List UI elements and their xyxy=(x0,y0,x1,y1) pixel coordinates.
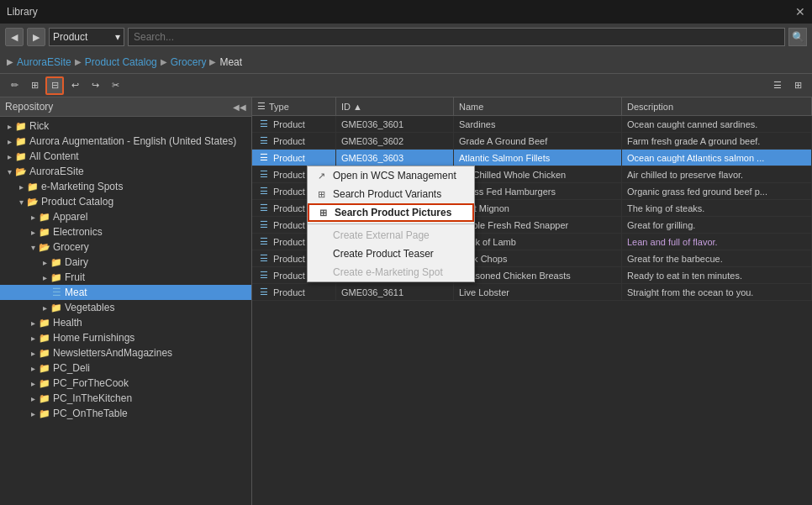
action-button1[interactable]: ↩ xyxy=(66,76,84,95)
folder-icon: 📁 xyxy=(39,317,50,329)
sidebar-collapse-button[interactable]: ◀◀ xyxy=(233,103,246,112)
folder-icon: 📁 xyxy=(39,362,50,374)
expand-icon xyxy=(39,287,50,298)
ctx-create-external: Create External Page xyxy=(308,226,474,245)
td-desc: Air chilled to preserve flavor. xyxy=(622,166,812,182)
expand-icon: ▸ xyxy=(27,226,39,238)
td-type: ☰ Product xyxy=(252,284,336,300)
td-name: Grade A Ground Beef xyxy=(454,133,622,149)
back-button[interactable]: ◀ xyxy=(5,28,24,46)
table-header: ☰ Type ID ▲ Name Description xyxy=(252,97,812,116)
grid-view-button[interactable]: ⊟ xyxy=(45,76,64,95)
expand-icon: ▸ xyxy=(27,332,39,344)
folder-icon: 📂 xyxy=(27,196,39,208)
col-header-type[interactable]: ☰ Type xyxy=(252,97,336,115)
expand-icon: ▾ xyxy=(27,241,39,253)
expand-icon: ▸ xyxy=(27,317,39,329)
sidebar-item-apparel[interactable]: ▸ 📁 Apparel xyxy=(0,209,251,224)
table-row[interactable]: ☰ Product GME036_3601 Sardines Ocean cau… xyxy=(252,116,812,133)
forward-button[interactable]: ▶ xyxy=(27,28,45,46)
close-button[interactable]: ✕ xyxy=(795,5,805,18)
sidebar-item-aurorasite[interactable]: ▾ 📂 AuroraESite xyxy=(0,164,251,179)
td-desc: Ready to eat in ten minutes. xyxy=(622,267,812,283)
ctx-create-teaser[interactable]: Create Product Teaser xyxy=(308,245,474,263)
sidebar-item-dairy[interactable]: ▸ 📁 Dairy xyxy=(0,255,251,270)
action-button2[interactable]: ↪ xyxy=(86,76,104,95)
expand-icon: ▾ xyxy=(3,166,15,177)
td-desc: Great for grilling. xyxy=(622,217,812,233)
sidebar-item-home-furnishings[interactable]: ▸ 📁 Home Furnishings xyxy=(0,330,251,345)
folder-icon: 📂 xyxy=(15,166,27,177)
sidebar: Repository ◀◀ ▸ 📁 Rick ▸ 📁 Aurora Augmen… xyxy=(0,97,252,505)
product-icon: ☰ xyxy=(257,118,271,131)
col-header-id[interactable]: ID ▲ xyxy=(336,97,454,115)
sidebar-item-product-catalog[interactable]: ▾ 📂 Product Catalog xyxy=(0,194,251,209)
action-button3[interactable]: ✂ xyxy=(106,76,124,95)
search-button[interactable]: 🔍 xyxy=(788,28,807,46)
grid-thumbnail-button[interactable]: ⊞ xyxy=(788,76,807,95)
td-name: Air Chilled Whole Chicken xyxy=(454,166,622,182)
col-header-name[interactable]: Name xyxy=(454,97,622,115)
table-row[interactable]: ☰ Product GME036_3602 Grade A Ground Bee… xyxy=(252,133,812,150)
create-external-icon xyxy=(314,229,328,242)
main-area: Repository ◀◀ ▸ 📁 Rick ▸ 📁 Aurora Augmen… xyxy=(0,97,812,505)
ctx-open-wcs[interactable]: ↗ Open in WCS Management xyxy=(308,166,474,185)
breadcrumb-arrow: ▶ xyxy=(7,57,13,66)
edit-tool-button[interactable]: ✏ xyxy=(5,76,24,95)
product-dropdown[interactable]: Product ▾ xyxy=(49,28,124,46)
sidebar-item-grocery[interactable]: ▾ 📂 Grocery xyxy=(0,239,251,255)
sidebar-item-all-content[interactable]: ▸ 📁 All Content xyxy=(0,149,251,164)
expand-icon: ▸ xyxy=(3,150,15,162)
sidebar-item-electronics[interactable]: ▸ 📁 Electronics xyxy=(0,224,251,239)
folder-icon: 📁 xyxy=(15,120,27,132)
breadcrumb-product-catalog[interactable]: Product Catalog xyxy=(85,56,157,68)
sidebar-item-vegetables[interactable]: ▸ 📁 Vegetables xyxy=(0,300,251,315)
td-type: ☰ Product xyxy=(252,133,336,149)
sidebar-item-health[interactable]: ▸ 📁 Health xyxy=(0,315,251,330)
product-icon: ☰ xyxy=(257,218,271,232)
search-input[interactable] xyxy=(128,28,785,46)
ctx-search-variants[interactable]: ⊞ Search Product Variants xyxy=(308,185,474,203)
breadcrumb-meat: Meat xyxy=(219,56,242,68)
product-icon: ☰ xyxy=(257,151,271,165)
breadcrumb-aurorasite[interactable]: AuroraESite xyxy=(17,56,71,68)
product-icon: ☰ xyxy=(257,185,271,198)
sidebar-item-pc-deli[interactable]: ▸ 📁 PC_Deli xyxy=(0,360,251,376)
sidebar-item-aurora-aug[interactable]: ▸ 📁 Aurora Augmentation - English (Unite… xyxy=(0,134,251,149)
breadcrumb-grocery[interactable]: Grocery xyxy=(171,56,207,68)
sidebar-item-rick[interactable]: ▸ 📁 Rick xyxy=(0,118,251,134)
td-name: Sardines xyxy=(454,116,622,132)
col-header-desc[interactable]: Description xyxy=(622,97,812,115)
folder-icon: 📁 xyxy=(50,256,62,268)
search-variants-icon: ⊞ xyxy=(314,187,328,201)
ctx-search-pictures[interactable]: ⊞ Search Product Pictures xyxy=(308,203,474,222)
expand-icon: ▸ xyxy=(27,362,39,374)
expand-icon: ▸ xyxy=(39,302,50,313)
table-row[interactable]: ☰ Product GME036_3611 Live Lobster Strai… xyxy=(252,284,812,301)
expand-icon: ▸ xyxy=(27,392,39,404)
td-desc: Great for the barbecue. xyxy=(622,250,812,266)
expand-icon: ▸ xyxy=(39,256,50,268)
td-type: ☰ Product xyxy=(252,150,336,166)
view-tool-button[interactable]: ⊞ xyxy=(25,76,44,95)
table-row-selected[interactable]: ☰ Product GME036_3603 Atlantic Salmon Fi… xyxy=(252,150,812,166)
sidebar-item-meat[interactable]: ☰ Meat xyxy=(0,285,251,300)
create-teaser-icon xyxy=(314,247,328,260)
sidebar-item-fruit[interactable]: ▸ 📁 Fruit xyxy=(0,270,251,285)
sidebar-item-newsletters[interactable]: ▸ 📁 NewslettersAndMagazines xyxy=(0,345,251,360)
td-desc: Lean and full of flavor. xyxy=(622,234,812,250)
toolbar2: ✏ ⊞ ⊟ ↩ ↪ ✂ ☰ ⊞ xyxy=(0,74,812,97)
product-icon: ☰ xyxy=(257,252,271,266)
sidebar-item-pc-forthecook[interactable]: ▸ 📁 PC_ForTheCook xyxy=(0,376,251,391)
td-desc: Organic grass fed ground beef p... xyxy=(622,183,812,199)
sidebar-item-pc-onthetable[interactable]: ▸ 📁 PC_OnTheTable xyxy=(0,406,251,421)
sidebar-item-pc-inthekitchen[interactable]: ▸ 📁 PC_InTheKitchen xyxy=(0,391,251,406)
item-icon: ☰ xyxy=(50,287,62,298)
td-name: Seasoned Chicken Breasts xyxy=(454,267,622,283)
td-name: Grass Fed Hamburgers xyxy=(454,183,622,199)
sidebar-item-emarketing[interactable]: ▸ 📁 e-Marketing Spots xyxy=(0,179,251,194)
list-view-button[interactable]: ☰ xyxy=(768,76,787,95)
product-icon: ☰ xyxy=(257,168,271,181)
open-wcs-icon: ↗ xyxy=(314,169,328,182)
product-icon: ☰ xyxy=(257,134,271,148)
